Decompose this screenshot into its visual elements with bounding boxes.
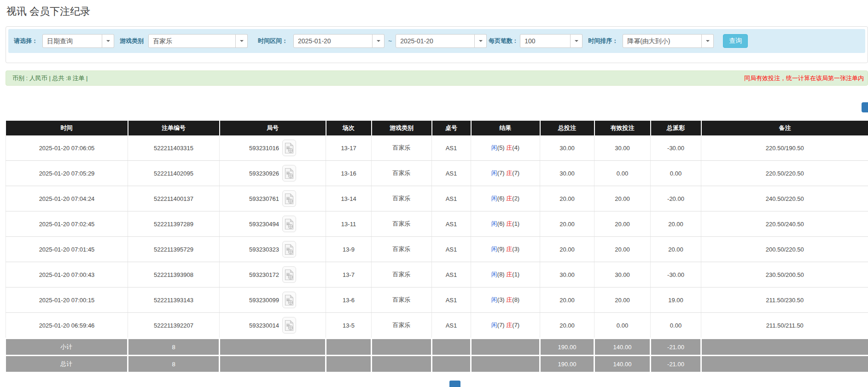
date-from-value[interactable]: 2025-01-20	[293, 34, 373, 48]
footer-payout: -21.00	[651, 339, 701, 356]
result-banker-score: (3)	[512, 246, 519, 252]
cell-game-type: 百家乐	[372, 161, 432, 186]
cell-valid-bet: 30.00	[594, 262, 651, 287]
cell-note: 220.50/190.50	[701, 135, 868, 161]
video-replay-button[interactable]	[282, 140, 296, 156]
cell-session: 13-11	[326, 211, 372, 237]
date-to-combo: 2025-01-20	[396, 34, 487, 48]
cell-session: 13-9	[326, 237, 372, 262]
video-replay-button[interactable]	[282, 292, 296, 308]
cell-game-type: 百家乐	[372, 262, 432, 287]
result-banker-score: (1)	[512, 271, 519, 278]
pagination-button[interactable]	[449, 381, 460, 387]
result-player-score: (6)	[497, 220, 505, 227]
round-id-text: 593230761	[249, 195, 279, 202]
cell-bet-id: 522211402095	[128, 161, 220, 186]
video-icon	[285, 244, 294, 255]
chevron-down-icon	[240, 40, 244, 42]
cell-result: 闲(7) 庄(7)	[471, 313, 540, 339]
game-type-caret-button[interactable]	[236, 34, 248, 48]
footer-empty	[326, 339, 372, 356]
video-replay-button[interactable]	[282, 317, 296, 334]
video-replay-button[interactable]	[282, 165, 296, 182]
cell-table-no: AS1	[432, 135, 471, 161]
cell-table-no: AS1	[432, 211, 471, 237]
table-row: 2025-01-20 07:02:45522211397289593230494…	[6, 211, 868, 237]
footer-valid-bet: 140.00	[594, 339, 651, 356]
footer-total-bet: 190.00	[540, 339, 594, 356]
cell-round-id: 593230014	[220, 313, 326, 339]
select-type-combo: 日期查询	[42, 34, 114, 48]
round-id-wrap: 593230323	[249, 241, 296, 258]
cell-time: 2025-01-20 07:06:05	[6, 135, 128, 161]
cell-note: 211.50/230.50	[701, 287, 868, 313]
search-button[interactable]: 查询	[723, 34, 748, 48]
cell-time: 2025-01-20 07:00:15	[6, 287, 128, 313]
table-row: 2025-01-20 07:05:29522211402095593230926…	[6, 161, 868, 186]
footer-empty	[701, 339, 868, 356]
video-replay-button[interactable]	[282, 216, 296, 232]
cell-game-type: 百家乐	[372, 313, 432, 339]
result-player-label: 闲	[491, 170, 497, 176]
result-banker-score: (2)	[512, 195, 519, 202]
cell-valid-bet: 0.00	[594, 161, 651, 186]
video-replay-button[interactable]	[282, 190, 296, 207]
video-replay-button[interactable]	[282, 241, 296, 258]
page-size-value[interactable]: 100	[520, 34, 571, 48]
result-banker-label: 庄	[506, 246, 512, 252]
game-type-value[interactable]: 百家乐	[148, 34, 236, 48]
table-row: 2025-01-20 07:00:15522211393143593230099…	[6, 287, 868, 313]
cell-session: 13-6	[326, 287, 372, 313]
result-banker-label: 庄	[506, 322, 512, 328]
footer-count: 8	[128, 356, 220, 372]
sort-order-label: 时间排序：	[588, 37, 618, 45]
game-type-label: 游戏类别	[120, 37, 144, 45]
cell-time: 2025-01-20 07:02:45	[6, 211, 128, 237]
round-id-wrap: 593230014	[249, 317, 296, 334]
cell-game-type: 百家乐	[372, 287, 432, 313]
video-replay-button[interactable]	[282, 266, 296, 283]
date-from-caret-button[interactable]	[373, 34, 384, 48]
video-icon	[285, 294, 294, 306]
column-header: 结果	[471, 121, 540, 135]
cell-payout: 20.00	[651, 211, 701, 237]
result-player-score: (3)	[497, 296, 505, 303]
page-size-caret-button[interactable]	[571, 34, 583, 48]
sort-order-caret-button[interactable]	[702, 34, 714, 48]
footer-empty	[326, 356, 372, 372]
cell-session: 13-14	[326, 186, 372, 211]
date-to-value[interactable]: 2025-01-20	[396, 34, 475, 48]
result-player-score: (5)	[497, 144, 505, 151]
cell-total-bet: 20.00	[540, 237, 594, 262]
date-range-label: 时间区间：	[258, 37, 288, 45]
side-action-button[interactable]	[862, 102, 868, 112]
select-type-value[interactable]: 日期查询	[42, 34, 102, 48]
sort-order-value[interactable]: 降幂(由大到小)	[623, 34, 702, 48]
select-type-caret-button[interactable]	[102, 34, 114, 48]
page-title: 视讯 会员下注纪录	[6, 5, 90, 18]
footer-total-bet: 190.00	[540, 356, 594, 372]
footer-empty	[220, 356, 326, 372]
footer-empty	[432, 356, 471, 372]
round-id-wrap: 593230172	[249, 266, 296, 283]
round-id-text: 593230494	[249, 221, 279, 228]
cell-result: 闲(5) 庄(4)	[471, 135, 540, 161]
footer-empty	[471, 339, 540, 356]
cell-note: 230.50/200.50	[701, 262, 868, 287]
cell-round-id: 593230099	[220, 287, 326, 313]
cell-payout: 19.00	[651, 287, 701, 313]
cell-time: 2025-01-20 06:59:46	[6, 313, 128, 339]
cell-bet-id: 522211403315	[128, 135, 220, 161]
round-id-text: 593230014	[249, 322, 279, 329]
round-id-wrap: 593231016	[249, 140, 296, 156]
cell-note: 220.50/240.50	[701, 211, 868, 237]
cell-table-no: AS1	[432, 237, 471, 262]
result-player-label: 闲	[491, 296, 497, 303]
footer-empty	[372, 339, 432, 356]
footer-payout: -21.00	[651, 356, 701, 372]
cell-bet-id: 522211393908	[128, 262, 220, 287]
date-to-caret-button[interactable]	[475, 34, 487, 48]
result-player-label: 闲	[491, 220, 497, 227]
round-id-text: 593230099	[249, 297, 279, 304]
select-type-label: 请选择：	[14, 37, 38, 45]
